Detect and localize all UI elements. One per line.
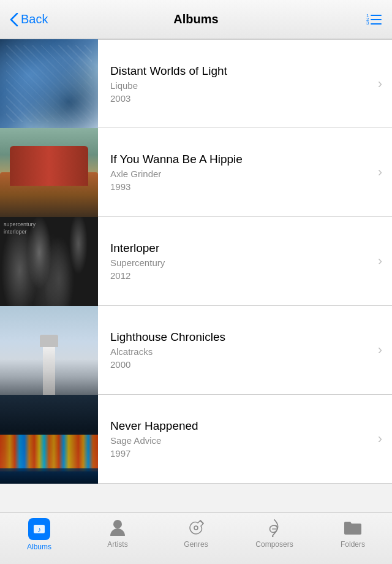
album-artist: Alcatracks bbox=[110, 346, 366, 357]
header: Back Albums 1 2 3 bbox=[0, 0, 392, 39]
back-label: Back bbox=[21, 12, 48, 26]
tab-folders-label: Folders bbox=[341, 540, 365, 549]
album-title: Never Happened bbox=[110, 419, 366, 433]
album-list-item[interactable]: If You Wanna Be A Hippie Axle Grinder 19… bbox=[0, 128, 392, 217]
album-year: 2012 bbox=[110, 270, 366, 281]
album-artist: Supercentury bbox=[110, 257, 366, 268]
artists-icon bbox=[108, 518, 127, 538]
tab-albums-label: Albums bbox=[27, 543, 51, 551]
album-info: If You Wanna Be A Hippie Axle Grinder 19… bbox=[98, 143, 378, 202]
album-info: Never Happened Sage Advice 1997 bbox=[98, 410, 378, 468]
chevron-icon: › bbox=[378, 164, 392, 180]
chevron-icon: › bbox=[378, 76, 392, 92]
album-art bbox=[0, 306, 98, 395]
albums-icon: ♪ bbox=[28, 518, 50, 540]
album-list-item[interactable]: Lighthouse Chronicles Alcatracks 2000 › bbox=[0, 306, 392, 395]
album-artist: Sage Advice bbox=[110, 435, 366, 446]
page-title: Albums bbox=[59, 12, 333, 26]
svg-point-9 bbox=[194, 526, 198, 530]
chevron-icon: › bbox=[378, 431, 392, 447]
folders-icon bbox=[343, 518, 363, 538]
tab-genres[interactable]: Genres bbox=[157, 518, 235, 549]
tab-genres-label: Genres bbox=[184, 540, 208, 549]
album-list-item[interactable]: Interloper Supercentury 2012 › bbox=[0, 217, 392, 306]
chevron-icon: › bbox=[378, 342, 392, 358]
tab-artists[interactable]: Artists bbox=[78, 518, 157, 549]
tab-composers[interactable]: Composers bbox=[235, 518, 314, 549]
svg-point-8 bbox=[113, 520, 122, 528]
album-art bbox=[0, 39, 98, 128]
album-year: 2000 bbox=[110, 359, 366, 370]
album-year: 1993 bbox=[110, 181, 366, 192]
album-title: If You Wanna Be A Hippie bbox=[110, 153, 366, 166]
album-info: Lighthouse Chronicles Alcatracks 2000 bbox=[98, 321, 378, 379]
composers-icon bbox=[265, 518, 284, 538]
album-title: Distant Worlds of Light bbox=[110, 64, 366, 78]
tab-bar: ♪ Albums Artists Genres bbox=[0, 513, 392, 564]
album-artist: Liqube bbox=[110, 80, 366, 91]
chevron-icon: › bbox=[378, 253, 392, 269]
svg-text:♪: ♪ bbox=[37, 525, 41, 534]
album-list-item[interactable]: Never Happened Sage Advice 1997 › bbox=[0, 395, 392, 484]
album-info: Interloper Supercentury 2012 bbox=[98, 232, 378, 291]
tab-composers-label: Composers bbox=[255, 540, 293, 549]
menu-button[interactable]: 1 2 3 bbox=[333, 11, 382, 28]
album-info: Distant Worlds of Light Liqube 2003 bbox=[98, 55, 378, 113]
album-art bbox=[0, 217, 98, 306]
genres-icon bbox=[186, 518, 206, 538]
svg-text:3: 3 bbox=[366, 20, 369, 26]
album-year: 2003 bbox=[110, 93, 366, 104]
back-button[interactable]: Back bbox=[10, 12, 59, 26]
album-title: Lighthouse Chronicles bbox=[110, 330, 366, 344]
tab-artists-label: Artists bbox=[107, 540, 127, 549]
album-art bbox=[0, 395, 98, 484]
svg-line-10 bbox=[200, 520, 203, 524]
album-art bbox=[0, 128, 98, 217]
album-artist: Axle Grinder bbox=[110, 169, 366, 179]
album-list: Distant Worlds of Light Liqube 2003 › If… bbox=[0, 39, 392, 513]
tab-albums[interactable]: ♪ Albums bbox=[0, 518, 78, 551]
tab-folders[interactable]: Folders bbox=[314, 518, 392, 549]
album-list-item[interactable]: Distant Worlds of Light Liqube 2003 › bbox=[0, 39, 392, 128]
album-year: 1997 bbox=[110, 448, 366, 459]
album-title: Interloper bbox=[110, 242, 366, 255]
